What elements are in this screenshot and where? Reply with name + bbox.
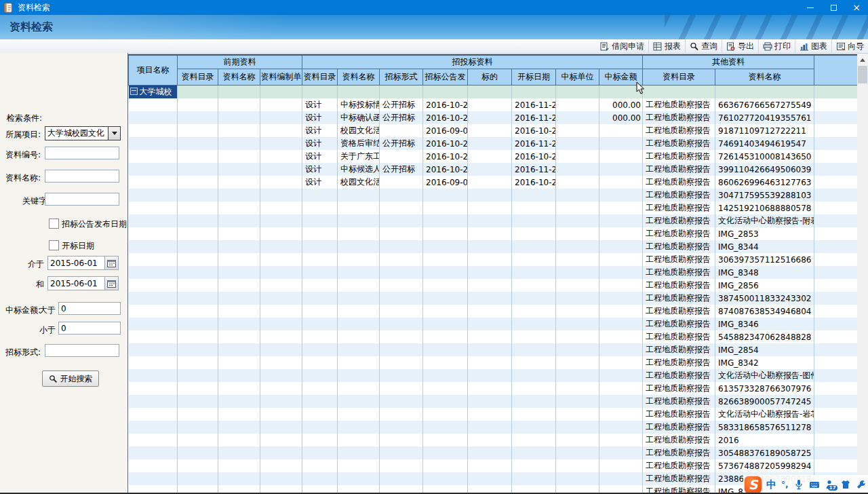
- table-cell[interactable]: 工程地质勘察报告: [643, 253, 715, 266]
- table-cell[interactable]: [512, 356, 556, 369]
- table-cell[interactable]: [302, 356, 338, 369]
- table-cell[interactable]: [338, 434, 380, 446]
- table-cell[interactable]: [218, 137, 260, 150]
- table-cell[interactable]: [814, 382, 857, 395]
- table-cell[interactable]: [468, 330, 512, 343]
- table-cell[interactable]: IMG_2854: [715, 343, 814, 356]
- table-row[interactable]: 工程地质勘察报告2016: [129, 434, 858, 446]
- table-cell[interactable]: 工程地质勘察报告: [643, 305, 715, 318]
- table-cell[interactable]: [260, 266, 302, 279]
- table-cell[interactable]: [556, 240, 599, 253]
- table-cell[interactable]: 387450011833243302: [715, 292, 814, 305]
- table-cell[interactable]: [178, 318, 218, 330]
- table-cell[interactable]: [468, 382, 512, 395]
- table-cell[interactable]: 2016-10-28: [423, 111, 468, 124]
- table-cell[interactable]: 工程地质勘察报告: [643, 408, 715, 421]
- table-cell[interactable]: [338, 343, 380, 356]
- table-cell[interactable]: [512, 266, 556, 279]
- table-row[interactable]: 工程地质勘察报告573674887205998294: [129, 459, 858, 472]
- table-cell[interactable]: [380, 305, 423, 318]
- table-cell[interactable]: 2016-10-28: [512, 150, 556, 163]
- minimize-button[interactable]: [799, 0, 822, 15]
- table-cell[interactable]: [218, 227, 260, 240]
- table-cell[interactable]: [218, 369, 260, 382]
- column-header-early-name[interactable]: 资料名称: [218, 69, 260, 86]
- table-cell[interactable]: 2016-11-24: [512, 111, 556, 124]
- table-cell[interactable]: [338, 189, 380, 202]
- table-cell[interactable]: 校园文化活: [338, 124, 380, 137]
- calendar-icon[interactable]: [104, 256, 118, 269]
- table-cell[interactable]: 545882347062848828: [715, 330, 814, 343]
- table-row[interactable]: 设计校园文化活2016-09-012016-10-28工程地质勘察报告86062…: [129, 176, 858, 189]
- table-row[interactable]: 工程地质勘察报告IMG_8342: [129, 356, 858, 369]
- table-cell[interactable]: 305488376189058725: [715, 446, 814, 459]
- table-cell[interactable]: [380, 408, 423, 421]
- table-cell[interactable]: [129, 176, 178, 189]
- table-cell[interactable]: 工程地质勘察报告: [643, 459, 715, 472]
- table-cell[interactable]: [468, 356, 512, 369]
- table-cell[interactable]: [468, 459, 512, 472]
- table-cell[interactable]: [468, 150, 512, 163]
- table-cell[interactable]: [129, 150, 178, 163]
- table-row[interactable]: 工程地质勘察报告IMG_8346: [129, 318, 858, 330]
- table-cell[interactable]: [260, 421, 302, 434]
- table-cell[interactable]: [380, 421, 423, 434]
- table-cell[interactable]: [814, 176, 857, 189]
- table-cell[interactable]: [556, 408, 599, 421]
- table-cell[interactable]: [814, 318, 857, 330]
- microphone-icon[interactable]: [793, 479, 804, 490]
- table-cell[interactable]: [512, 343, 556, 356]
- table-cell[interactable]: [260, 343, 302, 356]
- table-cell[interactable]: [423, 356, 468, 369]
- table-cell[interactable]: [260, 137, 302, 150]
- table-cell[interactable]: 2016-11-24: [512, 98, 556, 111]
- table-cell[interactable]: [814, 86, 857, 99]
- table-cell[interactable]: [129, 240, 178, 253]
- table-cell[interactable]: [338, 279, 380, 292]
- table-cell[interactable]: [423, 382, 468, 395]
- table-cell[interactable]: [599, 150, 643, 163]
- table-cell[interactable]: [556, 253, 599, 266]
- table-cell[interactable]: [468, 472, 512, 485]
- table-cell[interactable]: 工程地质勘察报告: [643, 111, 715, 124]
- table-cell[interactable]: [218, 434, 260, 446]
- table-row[interactable]: 工程地质勘察报告304717595539288103: [129, 189, 858, 202]
- table-cell[interactable]: 2016-10-28: [423, 98, 468, 111]
- table-cell[interactable]: [512, 227, 556, 240]
- table-cell[interactable]: 工程地质勘察报告: [643, 124, 715, 137]
- table-cell[interactable]: [468, 98, 512, 111]
- table-cell[interactable]: [218, 459, 260, 472]
- table-cell[interactable]: [218, 318, 260, 330]
- table-cell[interactable]: [599, 240, 643, 253]
- table-cell[interactable]: 613573328766307976: [715, 382, 814, 395]
- table-row[interactable]: 工程地质勘察报告文化活动中心勘察报告-图件: [129, 369, 858, 382]
- table-cell[interactable]: [380, 150, 423, 163]
- table-cell[interactable]: [556, 459, 599, 472]
- table-cell[interactable]: [338, 459, 380, 472]
- table-cell[interactable]: 000.00: [599, 111, 643, 124]
- table-cell[interactable]: 工程地质勘察报告: [643, 356, 715, 369]
- table-cell[interactable]: [512, 459, 556, 472]
- table-cell[interactable]: [129, 202, 178, 214]
- table-cell[interactable]: 工程地质勘察报告: [643, 421, 715, 434]
- table-cell[interactable]: [599, 395, 643, 408]
- table-cell[interactable]: [599, 343, 643, 356]
- table-cell[interactable]: [380, 369, 423, 382]
- table-cell[interactable]: [556, 163, 599, 176]
- table-cell[interactable]: 2016-09-01: [423, 124, 468, 137]
- date-to-field[interactable]: 2015-06-01: [47, 276, 119, 290]
- table-cell[interactable]: [599, 434, 643, 446]
- table-cell[interactable]: [423, 202, 468, 214]
- table-cell[interactable]: 583318658576511278: [715, 421, 814, 434]
- amount-gt-input[interactable]: [58, 302, 121, 315]
- column-header-other-name[interactable]: 资料名称: [715, 69, 814, 86]
- table-cell[interactable]: [178, 343, 218, 356]
- table-row[interactable]: 工程地质勘察报告IMG_2853: [129, 227, 858, 240]
- amount-lt-input[interactable]: [58, 322, 121, 335]
- table-cell[interactable]: 工程地质勘察报告: [643, 189, 715, 202]
- table-cell[interactable]: [814, 446, 857, 459]
- table-cell[interactable]: 2016-10-28: [512, 124, 556, 137]
- table-cell[interactable]: 2016: [715, 434, 814, 446]
- table-cell[interactable]: [814, 356, 857, 369]
- table-cell[interactable]: [814, 305, 857, 318]
